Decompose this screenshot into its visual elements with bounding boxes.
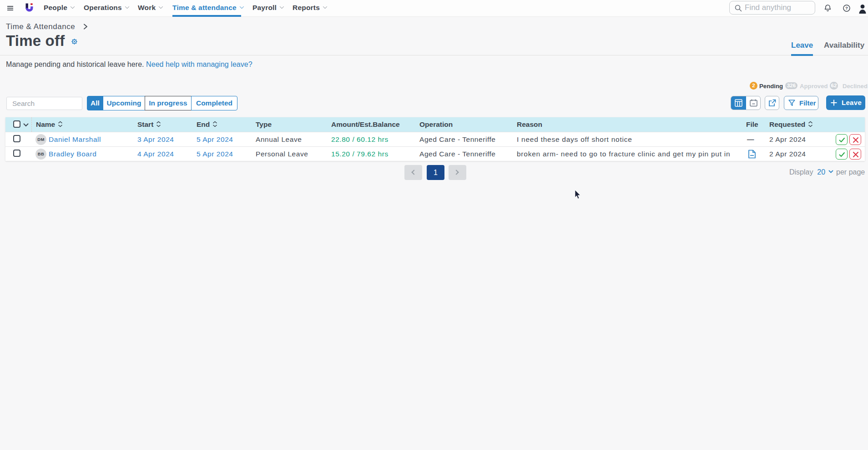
svg-text:?: ?	[845, 5, 848, 10]
